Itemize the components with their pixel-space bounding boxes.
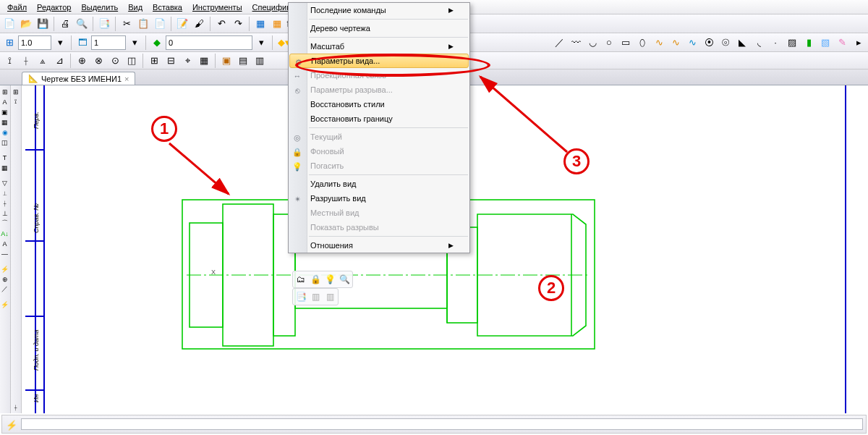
- spline-tool[interactable]: ∿: [651, 35, 667, 51]
- snap1[interactable]: ⊕: [74, 53, 90, 69]
- dim4[interactable]: ⊿: [51, 53, 67, 69]
- properties-button[interactable]: 📝: [174, 16, 190, 32]
- layers-button[interactable]: ▦: [252, 16, 268, 32]
- l5[interactable]: ◉: [0, 127, 9, 137]
- mini-toolbar-1[interactable]: 🗂 🔒 💡 🔍: [292, 271, 353, 288]
- l20[interactable]: ⚡: [0, 300, 9, 309]
- tan1-tool[interactable]: ⦿: [701, 35, 717, 51]
- snap10[interactable]: ▤: [235, 53, 251, 69]
- menu-insert[interactable]: Вставка: [148, 1, 187, 13]
- l13[interactable]: ⌒: [0, 219, 9, 228]
- l6[interactable]: ◫: [0, 138, 9, 147]
- ellipse-tool[interactable]: ⬯: [634, 35, 650, 51]
- l2[interactable]: A: [0, 97, 9, 106]
- snap4[interactable]: ◫: [124, 53, 140, 69]
- cm-destroy-view[interactable]: ✴Разрушить вид: [289, 191, 469, 206]
- state-input[interactable]: [91, 35, 126, 50]
- menu-view[interactable]: Вид: [124, 1, 147, 13]
- snap8[interactable]: ▦: [196, 53, 212, 69]
- mt-layers-icon[interactable]: 🗂: [294, 273, 307, 286]
- fill-tool[interactable]: ▮: [801, 35, 817, 51]
- cmd-icon[interactable]: ⚡: [4, 417, 20, 433]
- arc-tool[interactable]: ◡: [584, 35, 600, 51]
- fillet-tool[interactable]: ◟: [751, 35, 767, 51]
- circle-tool[interactable]: ○: [601, 35, 617, 51]
- mt-lock-icon[interactable]: 🔒: [309, 273, 322, 286]
- mt-bulb-icon[interactable]: 💡: [323, 273, 336, 286]
- state-dd[interactable]: ▾: [127, 35, 142, 51]
- brush-button[interactable]: 🖌: [191, 16, 207, 32]
- cm-relations[interactable]: Отношения▶: [289, 238, 469, 253]
- l14[interactable]: A↓: [0, 229, 9, 238]
- dim1[interactable]: ⟟: [1, 53, 17, 69]
- cm-tree[interactable]: Дерево чертежа: [289, 21, 469, 35]
- nurbs-tool[interactable]: ∿: [668, 35, 684, 51]
- mt-grid1-icon[interactable]: ▥: [309, 290, 322, 303]
- copy-button[interactable]: 📋: [135, 16, 151, 32]
- l7[interactable]: T: [0, 153, 9, 162]
- layer-input[interactable]: [166, 35, 252, 50]
- l11[interactable]: ⟊: [0, 198, 9, 208]
- dim2[interactable]: ⟊: [18, 53, 34, 69]
- undo-button[interactable]: ↶: [213, 16, 229, 32]
- l15[interactable]: A: [0, 239, 9, 248]
- menu-file[interactable]: Файл: [3, 1, 31, 13]
- region-tool[interactable]: ▧: [817, 35, 833, 51]
- grid-button[interactable]: ⊞: [1, 35, 17, 51]
- l17[interactable]: ⚡: [0, 264, 9, 274]
- polyline-tool[interactable]: 〰: [568, 35, 584, 51]
- snap2[interactable]: ⊗: [90, 53, 106, 69]
- mini-toolbar-2[interactable]: 📑 ▥ ▥: [292, 288, 339, 305]
- tan2-tool[interactable]: ⦾: [718, 35, 733, 51]
- l18[interactable]: ⊕: [0, 274, 9, 284]
- r1[interactable]: ⊞: [11, 87, 20, 96]
- cm-scale[interactable]: Масштаб▶: [289, 39, 469, 54]
- l16[interactable]: ―: [0, 249, 9, 258]
- cm-restore-bounds[interactable]: Восстановить границу: [289, 111, 469, 126]
- r3[interactable]: ⟊: [11, 402, 20, 412]
- dim3[interactable]: ⟁: [35, 53, 51, 69]
- l12[interactable]: ⊥: [0, 208, 9, 218]
- layer-dd[interactable]: ▾: [253, 35, 269, 51]
- l4[interactable]: ▦: [0, 117, 9, 127]
- rect-tool[interactable]: ▭: [618, 35, 634, 51]
- point-tool[interactable]: ∙: [767, 35, 783, 51]
- library-button[interactable]: ▦: [269, 16, 285, 32]
- cm-restore-styles[interactable]: Восстановить стили: [289, 97, 469, 111]
- snap6[interactable]: ⊟: [163, 53, 179, 69]
- new-button[interactable]: 📄: [1, 16, 17, 32]
- hatch-tool[interactable]: ▨: [784, 35, 800, 51]
- l3[interactable]: ▣: [0, 107, 9, 117]
- preview-button[interactable]: 🔍: [74, 16, 90, 32]
- chamfer-tool[interactable]: ◣: [734, 35, 750, 51]
- snap3[interactable]: ⊙: [107, 53, 123, 69]
- snap5[interactable]: ⊞: [146, 53, 162, 69]
- snap9[interactable]: ▣: [218, 53, 234, 69]
- eraser-tool[interactable]: ✎: [834, 35, 850, 51]
- redo-button[interactable]: ↷: [230, 16, 246, 32]
- mt-props-icon[interactable]: 📑: [294, 290, 307, 303]
- mt-grid2-icon[interactable]: ▥: [323, 290, 336, 303]
- layer-button[interactable]: ◆: [149, 35, 165, 51]
- menu-editor[interactable]: Редактор: [33, 1, 75, 13]
- bezier-tool[interactable]: ∿: [684, 35, 700, 51]
- command-line[interactable]: [21, 418, 863, 430]
- scale-input[interactable]: [18, 35, 51, 50]
- cut-button[interactable]: ✂: [119, 16, 135, 32]
- l1[interactable]: ⊞: [0, 87, 9, 96]
- doctab-active[interactable]: 📐 Чертеж БЕЗ ИМЕНИ1 ×: [22, 72, 135, 85]
- menu-select[interactable]: Выделить: [77, 1, 122, 13]
- open-button[interactable]: 📂: [18, 16, 34, 32]
- doc-button[interactable]: 📑: [96, 16, 112, 32]
- cm-recent[interactable]: Последние команды▶: [289, 3, 469, 17]
- r2[interactable]: ⟟: [11, 97, 20, 106]
- l10[interactable]: ⟂: [0, 188, 9, 198]
- cm-delete-view[interactable]: Удалить вид: [289, 177, 469, 191]
- snap11[interactable]: ▥: [252, 53, 268, 69]
- print-button[interactable]: 🖨: [57, 16, 73, 32]
- save-button[interactable]: 💾: [35, 16, 51, 32]
- scale-dd[interactable]: ▾: [52, 35, 68, 51]
- snap7[interactable]: ⌖: [179, 53, 195, 69]
- close-icon[interactable]: ×: [124, 75, 129, 83]
- state-button[interactable]: 🗔: [75, 35, 90, 51]
